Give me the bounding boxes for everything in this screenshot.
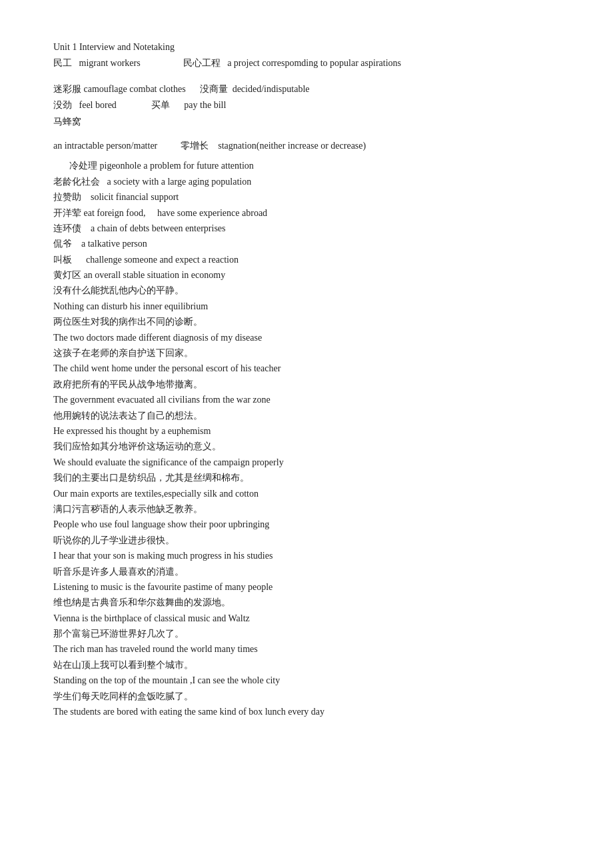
content-line: The two doctors made different diagnosis… [53,331,560,345]
content-line: 没有什么能扰乱他内心的平静。 [53,283,560,298]
content-line: 拉赞助 solicit financial support [53,190,560,205]
content-line: 满口污言秽语的人表示他缺乏教养。 [53,502,560,517]
content-line: 我们应恰如其分地评价这场运动的意义。 [53,439,560,454]
content-line: The child went home under the personal e… [53,361,560,376]
content-line: 我们的主要出口是纺织品，尤其是丝绸和棉布。 [53,471,560,485]
content-line: Vienna is the birthplace of classical mu… [53,611,560,626]
content-line: The government evacuated all civilians f… [53,393,560,407]
content-line: 开洋荤 eat foreign food, have some experien… [53,206,560,221]
content-line: 他用婉转的说法表达了自己的想法。 [53,409,560,423]
content-line: 政府把所有的平民从战争地带撤离。 [53,377,560,392]
content-line: 连环债 a chain of debts between enterprises [53,221,560,236]
content-line: 侃爷 a talkative person [53,237,560,251]
content-line: People who use foul language show their … [53,517,560,532]
content-line: 老龄化社会 a society with a large aging popul… [53,175,560,189]
content-line: 这孩子在老师的亲自护送下回家。 [53,346,560,361]
content-line: 两位医生对我的病作出不同的诊断。 [53,315,560,329]
content-line: Our main exports are textiles,especially… [53,487,560,501]
content-line: 那个富翁已环游世界好几次了。 [53,627,560,641]
vocab-row-intractable: an intractable person/matter 零增长 stagnat… [53,139,560,153]
content-line: Standing on the top of the mountain ,I c… [53,673,560,688]
vocab-row-minggong: 民工 migrant workers民心工程 a project corresp… [53,56,560,71]
content-line: We should evaluate the significance of t… [53,455,560,470]
vocab-row-feelbored: 没劲 feel bored 买单 pay the bill [53,98,560,113]
content-line: 叫板 challenge someone and expect a reacti… [53,253,560,267]
vocab-row-mafengwo: 马蜂窝 [53,115,560,129]
content-line: The students are bored with eating the s… [53,705,560,719]
content-line: Nothing can disturb his inner equilibriu… [53,299,560,314]
content-line: He expressed his thought by a euphemism [53,424,560,439]
content-line: 维也纳是古典音乐和华尔兹舞曲的发源地。 [53,595,560,610]
content-line: Listening to music is the favourite past… [53,580,560,595]
content-line: 听说你的儿子学业进步很快。 [53,533,560,548]
content-line: 学生们每天吃同样的盒饭吃腻了。 [53,689,560,704]
vocab-row-camoflage: 迷彩服 camouflage combat clothes 没商量 decide… [53,82,560,97]
page-title: Unit 1 Interview and Notetaking [53,40,560,55]
content-line: 黄灯区 an overall stable situation in econo… [53,268,560,283]
content-line: The rich man has traveled round the worl… [53,642,560,657]
content-line: 站在山顶上我可以看到整个城市。 [53,658,560,673]
content-line: I hear that your son is making much prog… [53,549,560,563]
content-line: 听音乐是许多人最喜欢的消遣。 [53,565,560,579]
content-line: 冷处理 pigeonhole a problem for future atte… [53,159,560,173]
